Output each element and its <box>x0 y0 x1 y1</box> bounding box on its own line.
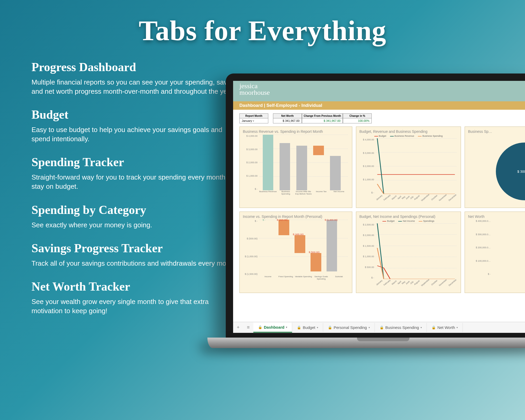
lock-icon: 🔒 <box>328 326 332 329</box>
chart-budget-revenue-spending: Budget, Revenue and Business Spending Bu… <box>356 127 461 208</box>
chart-business-pie: Business Sp… $ 300.0… <box>465 127 525 208</box>
feature-title: Savings Progress Tracker <box>32 241 242 255</box>
sheet-tabs-bar: + ≡ 🔒Dashboard▾ 🔒Budget▾ 🔒Personal Spend… <box>233 322 525 333</box>
feature-title: Spending Tracker <box>32 155 242 169</box>
change-metric: Change From Previous Month $ 341,967.00 <box>302 113 343 123</box>
dashboard-title: Dashboard | Self-Employed - Individual <box>233 101 525 110</box>
chevron-down-icon: ▾ <box>369 326 370 329</box>
change-pct-metric: Change in % 100.00% <box>343 113 372 123</box>
chevron-down-icon: ▾ <box>286 326 287 329</box>
feature-title: Progress Dashboard <box>32 60 242 74</box>
page-title: Tabs for Everything <box>0 0 525 47</box>
chevron-down-icon: ▾ <box>421 326 422 329</box>
all-sheets-button[interactable]: ≡ <box>243 325 254 330</box>
tab-net-worth[interactable]: 🔒Net Worth▾ <box>427 323 463 332</box>
feature-title: Budget <box>32 108 242 122</box>
tab-business-spending[interactable]: 🔒Business Spending▾ <box>375 323 427 332</box>
feature-title: Spending by Category <box>32 203 242 217</box>
brand-logo: jessica moorhouse <box>239 83 270 96</box>
metrics-row: Report Month January ▾ Net Worth $ 341,9… <box>233 110 525 125</box>
laptop-mockup: jessica moorhouse Dashboard | Self-Emplo… <box>226 74 525 348</box>
lock-icon: 🔒 <box>432 326 436 329</box>
add-sheet-button[interactable]: + <box>233 325 243 330</box>
tab-budget[interactable]: 🔒Budget▾ <box>292 323 323 332</box>
report-month-selector[interactable]: Report Month January ▾ <box>239 113 268 123</box>
net-worth-metric: Net Worth $ 341,967.00 <box>273 113 302 123</box>
feature-desc: Track all of your savings contributions … <box>32 259 242 268</box>
spreadsheet-screen: jessica moorhouse Dashboard | Self-Emplo… <box>233 81 525 333</box>
chevron-down-icon: ▾ <box>317 326 318 329</box>
chart-income-vs-spending-personal: Income vs. Spending in Report Month (Per… <box>239 212 352 293</box>
chevron-down-icon: ▾ <box>456 326 458 329</box>
dropdown-icon: ▾ <box>253 119 254 122</box>
feature-desc: Easy to use budget to help you achieve y… <box>32 125 242 144</box>
app-header: jessica moorhouse <box>233 81 525 101</box>
feature-desc: See your wealth grow every single month … <box>32 297 242 316</box>
chart-net-worth: Net Worth $ 400,000.0… $ 300,000.0… $ 20… <box>465 212 525 293</box>
tab-personal-spending[interactable]: 🔒Personal Spending▾ <box>323 323 375 332</box>
feature-desc: Multiple financial reports so you can se… <box>32 78 242 96</box>
lock-icon: 🔒 <box>380 326 384 329</box>
lock-icon: 🔒 <box>258 325 262 329</box>
feature-desc: Straight-forward way for you to track yo… <box>32 173 242 191</box>
lock-icon: 🔒 <box>297 326 301 329</box>
feature-title: Net Worth Tracker <box>32 280 242 293</box>
chart-budget-netincome-spendings: Budget, Net Income and Spendings (Person… <box>356 212 461 293</box>
donut-chart: $ 300.0… <box>496 143 525 200</box>
features-list: Progress DashboardMultiple financial rep… <box>32 57 242 327</box>
feature-desc: See exactly where your money is going. <box>32 220 242 230</box>
chart-revenue-vs-spending: Business Revenue vs. Spending in Report … <box>239 127 352 208</box>
tab-dashboard[interactable]: 🔒Dashboard▾ <box>253 323 292 333</box>
